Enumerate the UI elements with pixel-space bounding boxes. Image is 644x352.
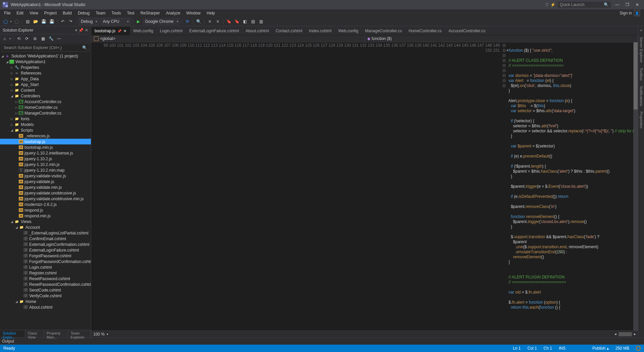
- tree-item[interactable]: ▷🔧Properties: [0, 64, 91, 70]
- document-tab[interactable]: Web.config: [130, 27, 157, 35]
- tree-item[interactable]: ◢📁Scripts: [0, 127, 91, 133]
- tree-item[interactable]: JSjquery-1.10.2.js: [0, 156, 91, 162]
- side-panel-tab[interactable]: Server Explorer: [639, 36, 644, 64]
- expand-caret-icon[interactable]: ◢: [5, 60, 9, 63]
- expand-caret-icon[interactable]: ▷: [9, 83, 14, 86]
- close-panel-icon[interactable]: ✕: [85, 28, 88, 33]
- tree-item[interactable]: JSjquery.validate.unobtrusive.js: [0, 190, 91, 196]
- panel-tab[interactable]: Team Explorer: [68, 330, 91, 337]
- expand-caret-icon[interactable]: ◢: [14, 300, 19, 303]
- autohide-icon[interactable]: ▾: [75, 28, 77, 33]
- comment-icon[interactable]: ≡: [206, 18, 213, 25]
- expand-caret-icon[interactable]: ▷: [9, 66, 14, 69]
- menu-test[interactable]: Test: [124, 10, 137, 16]
- document-tab[interactable]: ManageController.cs: [362, 27, 405, 35]
- tree-item[interactable]: ◢📁Views: [0, 219, 91, 224]
- menu-file[interactable]: File: [1, 10, 13, 16]
- tree-item[interactable]: @About.cshtml: [0, 304, 91, 310]
- show-all-icon[interactable]: ▦: [40, 35, 46, 42]
- uncomment-icon[interactable]: ≡: [214, 18, 221, 25]
- tree-item[interactable]: ◢📁Controllers: [0, 93, 91, 99]
- panel-tab[interactable]: Solution Explo...: [0, 330, 25, 337]
- expand-caret-icon[interactable]: ◢: [9, 129, 14, 132]
- tree-item[interactable]: ◢WebApplication1: [0, 59, 91, 64]
- user-icon[interactable]: 👤: [634, 10, 640, 16]
- tree-item[interactable]: @SendCode.cshtml: [0, 287, 91, 293]
- tree-item[interactable]: ▷📁App_Start: [0, 82, 91, 87]
- nav-member-dropdown[interactable]: ◆ function ($): [365, 35, 638, 42]
- tree-item[interactable]: @ConfirmEmail.cshtml: [0, 236, 91, 241]
- document-tab[interactable]: Web.config: [335, 27, 362, 35]
- tree-item[interactable]: JSjquery.validate-vsdoc.js: [0, 173, 91, 179]
- bookmark-icon[interactable]: 🔖: [225, 18, 232, 25]
- properties-icon[interactable]: 🔧: [48, 35, 54, 42]
- tree-item[interactable]: @Login.cshtml: [0, 264, 91, 270]
- expand-caret-icon[interactable]: ◢: [14, 226, 19, 229]
- expand-caret-icon[interactable]: ▷: [9, 117, 14, 121]
- tree-item[interactable]: ▷📁Content: [0, 87, 91, 93]
- home-icon[interactable]: ⌂: [1, 35, 8, 42]
- tree-item[interactable]: ▷📁fonts: [0, 116, 91, 122]
- add-panel-icon[interactable]: +: [640, 28, 642, 33]
- expand-caret-icon[interactable]: ▷: [9, 72, 14, 75]
- scrollbar[interactable]: [633, 42, 638, 331]
- tree-item[interactable]: JSjquery-1.10.2.intellisense.js: [0, 150, 91, 156]
- expand-caret-icon[interactable]: ▷: [9, 77, 14, 81]
- document-tab[interactable]: AccountController.cs: [445, 27, 489, 35]
- code-editor[interactable]: 99 100 101 102 103 104 105 106 107 108 1…: [91, 42, 638, 331]
- sync-icon[interactable]: ⟲: [15, 35, 22, 42]
- tree-item[interactable]: ◢◈Solution 'WebApplication1' (1 project): [0, 53, 91, 59]
- document-tab[interactable]: Index.cshtml: [306, 27, 335, 35]
- config-dropdown[interactable]: Debug: [78, 18, 99, 25]
- output-tab[interactable]: Output: [2, 339, 14, 344]
- document-tab[interactable]: HomeController.cs: [405, 27, 445, 35]
- feedback-icon[interactable]: ⚡: [550, 2, 555, 7]
- open-file-icon[interactable]: 📂: [32, 18, 39, 25]
- expand-caret-icon[interactable]: ◢: [9, 94, 14, 98]
- save-icon[interactable]: 💾: [40, 18, 47, 25]
- tree-item[interactable]: ▷📁Models: [0, 122, 91, 127]
- menu-view[interactable]: View: [27, 10, 41, 16]
- tree-item[interactable]: JS_references.js: [0, 133, 91, 139]
- nav-scope-dropdown[interactable]: <global>: [91, 35, 365, 42]
- tree-item[interactable]: JSbootstrap.min.js: [0, 144, 91, 150]
- solution-tree[interactable]: ◢◈Solution 'WebApplication1' (1 project)…: [0, 52, 91, 330]
- bookmark-icon[interactable]: 🔖: [233, 18, 240, 25]
- tree-item[interactable]: @_ExternalLoginsListPartial.cshtml: [0, 230, 91, 236]
- bookmark-clear-icon[interactable]: ▤: [250, 18, 256, 25]
- side-panel-tab[interactable]: Toolbox: [639, 67, 644, 82]
- tree-item[interactable]: ◢📁Account: [0, 224, 91, 230]
- bookmark-nav-icon[interactable]: ◧: [241, 18, 248, 25]
- expand-caret-icon[interactable]: ▷: [14, 100, 19, 103]
- side-panel-tab[interactable]: Notifications: [639, 85, 644, 107]
- tree-item[interactable]: JSjquery-1.10.2.min.js: [0, 162, 91, 167]
- tree-item[interactable]: JSjquery.validate.js: [0, 179, 91, 184]
- tree-item[interactable]: JSrespond.min.js: [0, 213, 91, 219]
- pin-icon[interactable]: 📌: [117, 29, 121, 33]
- tree-item[interactable]: ▷📁App_Data: [0, 76, 91, 82]
- tree-item[interactable]: @ExternalLoginConfirmation.cshtml: [0, 241, 91, 247]
- save-all-icon[interactable]: 💾: [48, 18, 55, 25]
- new-project-icon[interactable]: ▤: [24, 18, 31, 25]
- find-icon[interactable]: 🔍: [195, 18, 202, 25]
- menu-resharper[interactable]: ReSharper: [138, 10, 163, 16]
- tree-item[interactable]: JSrespond.js: [0, 207, 91, 213]
- tree-item[interactable]: ▷C#ManageController.cs: [0, 110, 91, 116]
- tree-item[interactable]: ▷▪▪References: [0, 70, 91, 76]
- resharper-icon[interactable]: [636, 346, 641, 351]
- undo-icon[interactable]: ↶: [59, 18, 66, 25]
- tree-item[interactable]: @VerifyCode.cshtml: [0, 293, 91, 299]
- tree-item[interactable]: JSjquery.validate.unobtrusive.min.js: [0, 196, 91, 202]
- menu-project[interactable]: Project: [42, 10, 59, 16]
- quick-launch-input[interactable]: Quick Launch 🔍: [557, 1, 611, 8]
- tree-item[interactable]: ▷C#AccountController.cs: [0, 99, 91, 104]
- tree-item[interactable]: JSjquery.validate.min.js: [0, 184, 91, 190]
- close-button[interactable]: ✕: [633, 2, 641, 7]
- platform-dropdown[interactable]: Any CPU: [100, 18, 130, 25]
- side-panel-tab[interactable]: Properties: [639, 110, 644, 130]
- close-tab-icon[interactable]: ✕: [123, 29, 126, 33]
- tree-item[interactable]: ▷C#HomeController.cs: [0, 104, 91, 110]
- scroll-thumb[interactable]: [634, 42, 638, 109]
- output-panel-header[interactable]: Output: [0, 337, 644, 345]
- solution-search-input[interactable]: Search Solution Explorer (Ctrl+;) 🔍: [1, 44, 90, 52]
